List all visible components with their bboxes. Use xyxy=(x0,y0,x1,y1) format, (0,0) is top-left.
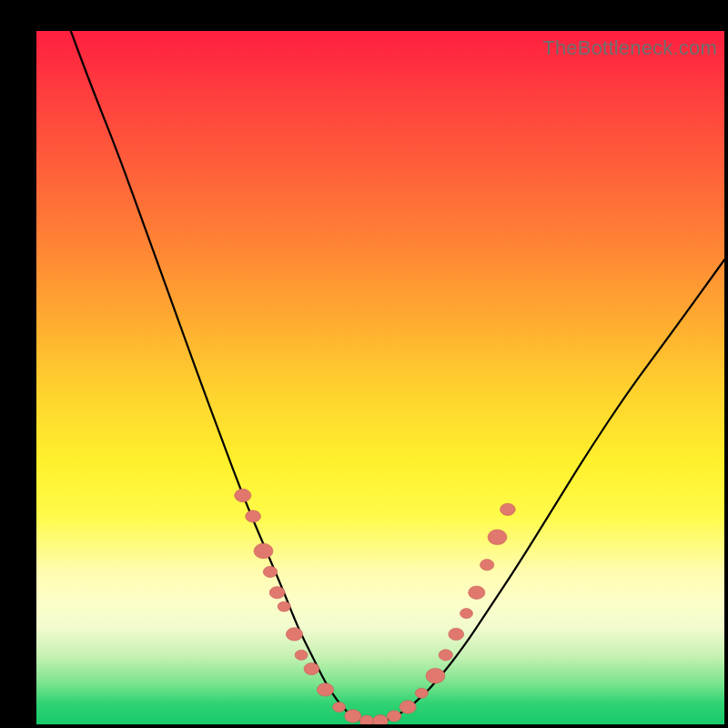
curve-marker xyxy=(269,587,285,599)
chart-plot-area: TheBottleneck.com xyxy=(36,31,724,724)
curve-marker xyxy=(488,530,507,545)
curve-marker xyxy=(480,560,494,571)
curve-marker xyxy=(235,489,251,501)
curve-marker xyxy=(415,688,428,698)
curve-marker xyxy=(373,715,389,724)
curve-marker xyxy=(246,511,261,522)
curve-markers xyxy=(235,489,516,724)
curve-marker xyxy=(426,668,445,683)
curve-marker xyxy=(460,609,473,619)
curve-marker xyxy=(399,701,416,713)
curve-marker xyxy=(345,710,361,723)
curve-marker xyxy=(469,586,485,599)
curve-marker xyxy=(449,628,464,640)
chart-frame: TheBottleneck.com xyxy=(0,0,728,728)
chart-overlay-svg xyxy=(36,31,724,724)
bottleneck-curve xyxy=(71,31,724,723)
curve-marker xyxy=(263,566,277,577)
curve-marker xyxy=(254,543,273,559)
curve-marker xyxy=(278,602,290,612)
curve-marker xyxy=(304,662,319,674)
curve-marker xyxy=(439,650,452,661)
curve-marker xyxy=(500,503,516,515)
curve-marker xyxy=(359,715,373,724)
curve-marker xyxy=(286,628,302,641)
curve-marker xyxy=(295,650,308,660)
curve-marker xyxy=(387,711,400,722)
curve-marker xyxy=(333,703,346,713)
curve-marker xyxy=(317,683,333,696)
